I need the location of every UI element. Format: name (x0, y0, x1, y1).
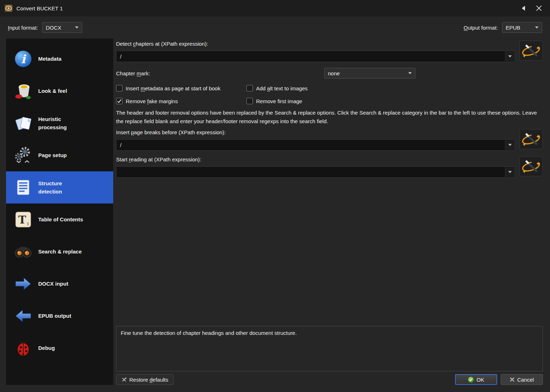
sidebar-item-label: Metadata (38, 55, 61, 63)
sidebar-item-heuristic-processing[interactable]: Heuristic processing (6, 107, 113, 139)
sidebar-item-debug[interactable]: Debug (6, 332, 113, 364)
page-setup-gears-icon (14, 146, 32, 165)
page-breaks-wizard-button[interactable] (519, 129, 543, 149)
ok-label: OK (476, 377, 484, 383)
sidebar-item-label: DOCX input (38, 280, 68, 288)
start-reading-label: Start reading at (XPath expression): (116, 156, 515, 164)
svg-text:T: T (18, 213, 26, 226)
restore-defaults-icon (121, 377, 127, 382)
cancel-button[interactable]: Cancel (501, 374, 543, 385)
dialog-footer: Restore defaults OK Cancel (116, 374, 543, 385)
magic-wand-icon (521, 158, 541, 175)
page-breaks-value: / (120, 142, 121, 148)
sidebar-item-table-of-contents[interactable]: T 1 Table of Contents (6, 203, 113, 236)
combo-dropdown-button[interactable] (505, 167, 514, 177)
sidebar-item-label: Page setup (38, 151, 67, 159)
input-format-value: DOCX (46, 25, 61, 31)
format-row: Input format: DOCX Output format: EPUB (0, 16, 550, 39)
chevron-down-icon (75, 26, 79, 29)
chapter-mark-select[interactable]: none (324, 68, 415, 79)
structure-detection-document-icon (14, 178, 32, 197)
cancel-label: Cancel (517, 377, 534, 383)
sidebar-item-label: EPUB output (38, 312, 71, 320)
magic-wand-icon (521, 131, 541, 147)
debug-bug-icon (14, 339, 32, 357)
binoculars-icon (14, 242, 32, 261)
chevron-down-icon (535, 26, 539, 29)
chevron-down-icon (508, 171, 512, 173)
sidebar-item-page-setup[interactable]: Page setup (6, 139, 113, 171)
sidebar-item-label: Heuristic processing (38, 115, 85, 132)
close-button[interactable] (533, 2, 545, 14)
chapter-mark-label: Chapter mark: (116, 70, 324, 76)
info-icon: i (14, 50, 32, 68)
page-breaks-label: Insert page breaks before (XPath express… (116, 129, 515, 137)
sidebar-item-look-feel[interactable]: Look & feel (6, 75, 113, 107)
restore-defaults-button[interactable]: Restore defaults (116, 374, 174, 385)
chevron-down-icon (508, 55, 512, 57)
checkbox-label: Remove first image (256, 98, 302, 104)
structure-detection-panel: Detect chapters at (XPath expression): /… (116, 39, 543, 385)
description-box: Fine tune the detection of chapter headi… (116, 326, 543, 371)
sidebar-item-label: Search & replace (38, 247, 82, 256)
checkbox-label: Remove fake margins (126, 98, 178, 104)
main-spacer (116, 178, 543, 326)
output-format-value: EPUB (506, 25, 520, 31)
chevron-down-icon (508, 144, 512, 146)
titlebar-arrow-button[interactable] (517, 2, 529, 14)
output-format-label: Output format: (464, 25, 498, 31)
close-icon (536, 5, 542, 11)
combo-dropdown-button[interactable] (505, 51, 514, 61)
checkbox-remove-first-image[interactable]: Remove first image (246, 98, 308, 104)
detect-chapters-label: Detect chapters at (XPath expression): (116, 41, 515, 49)
window-title: Convert BUCKET 1 (16, 5, 63, 11)
sidebar-item-search-replace[interactable]: Search & replace (6, 236, 113, 268)
arrow-left-icon (14, 307, 32, 325)
restore-defaults-label: Restore defaults (129, 377, 168, 383)
header-footer-notice: The header and footer removal options ha… (116, 109, 543, 126)
checkbox-insert-metadata[interactable]: Insert metadata as page at start of book (116, 85, 246, 91)
checkbox-remove-fake-margins[interactable]: Remove fake margins (116, 98, 246, 104)
magic-wand-icon (521, 42, 541, 59)
page-breaks-combo[interactable]: / (116, 139, 515, 151)
sidebar-item-label: Structure detection (38, 179, 85, 196)
chapter-mark-value: none (328, 70, 340, 76)
description-text: Fine tune the detection of chapter headi… (121, 330, 297, 336)
detect-chapters-wizard-button[interactable] (519, 41, 543, 61)
checkbox-box[interactable] (246, 85, 253, 91)
app-icon (4, 4, 13, 12)
ok-button[interactable]: OK (455, 374, 497, 385)
checkbox-add-alt-text[interactable]: Add alt text to images (246, 85, 308, 91)
start-reading-wizard-button[interactable] (519, 156, 543, 176)
sidebar-item-label: Table of Contents (38, 215, 83, 223)
toc-tile-icon: T 1 (14, 210, 32, 229)
input-format-label: Input format: (8, 25, 38, 31)
detect-chapters-value: / (120, 54, 121, 60)
window-titlebar: Convert BUCKET 1 (0, 0, 550, 16)
sidebar-item-epub-output[interactable]: EPUB output (6, 300, 113, 332)
output-format-select[interactable]: EPUB (502, 22, 542, 33)
sidebar-item-metadata[interactable]: i Metadata (6, 43, 113, 75)
checkbox-box[interactable] (246, 98, 253, 104)
check-icon (117, 99, 122, 104)
heuristic-pages-icon (14, 114, 32, 132)
sidebar-item-label: Debug (38, 344, 55, 352)
combo-dropdown-button[interactable] (505, 140, 514, 150)
arrow-right-icon (14, 275, 32, 293)
svg-text:1: 1 (27, 221, 29, 226)
checkbox-label: Insert metadata as page at start of book (126, 85, 220, 91)
sidebar-item-structure-detection[interactable]: Structure detection (6, 171, 113, 203)
sidebar-item-docx-input[interactable]: DOCX input (6, 268, 113, 300)
ok-check-icon (468, 377, 474, 383)
look-feel-paint-icon (14, 82, 32, 100)
checkbox-box[interactable] (116, 85, 122, 91)
input-format-select[interactable]: DOCX (42, 22, 82, 33)
cancel-x-icon (510, 377, 515, 382)
checkbox-box[interactable] (116, 98, 122, 104)
category-sidebar: i Metadata Look & feel (6, 39, 113, 385)
left-triangle-icon (522, 6, 525, 11)
detect-chapters-combo[interactable]: / (116, 51, 515, 62)
chevron-down-icon (408, 72, 412, 74)
checkbox-label: Add alt text to images (256, 85, 308, 91)
start-reading-combo[interactable] (116, 166, 515, 178)
